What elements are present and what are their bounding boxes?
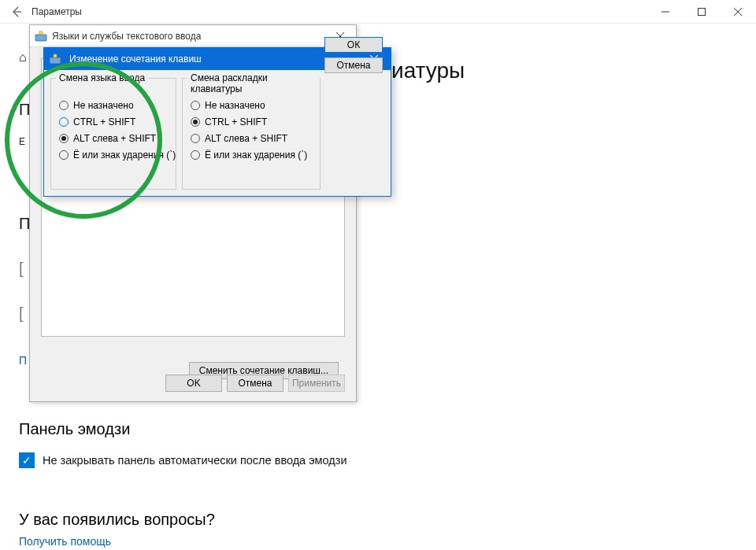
radio-label: CTRL + SHIFT bbox=[205, 116, 267, 127]
radio-label: Не назначено bbox=[73, 100, 134, 111]
radio-alt-shift-g1[interactable]: ALT слева + SHIFT bbox=[59, 133, 168, 144]
maximize-button[interactable] bbox=[684, 0, 720, 24]
settings-title: Параметры bbox=[32, 6, 647, 17]
radio-icon bbox=[191, 134, 200, 143]
hotkey-dialog: Изменение сочетания клавиш Смена языка в… bbox=[43, 47, 391, 197]
back-button[interactable] bbox=[5, 0, 28, 24]
emoji-checkbox[interactable]: ✓ bbox=[19, 452, 35, 468]
radio-label: Ё или знак ударения (`) bbox=[73, 149, 176, 161]
svg-rect-2 bbox=[39, 31, 43, 35]
minimize-button[interactable] bbox=[647, 0, 684, 24]
emoji-checkbox-row[interactable]: ✓ Не закрывать панель автоматически посл… bbox=[19, 452, 732, 468]
keyboard-icon bbox=[35, 30, 47, 42]
lang-dialog-titlebar: Языки и службы текстового ввода bbox=[30, 25, 356, 47]
group2-title: Смена раскладки клавиатуры bbox=[187, 72, 320, 94]
radio-none-g1[interactable]: Не назначено bbox=[59, 100, 168, 111]
lang-apply-button: Применить bbox=[288, 375, 345, 392]
close-button[interactable] bbox=[720, 0, 756, 24]
emoji-checkbox-label: Не закрывать панель автоматически после … bbox=[43, 454, 347, 467]
radio-label: ALT слева + SHIFT bbox=[205, 133, 287, 144]
hotkey-buttons: ОК Отмена bbox=[324, 37, 383, 73]
radio-label: ALT слева + SHIFT bbox=[73, 133, 156, 144]
hotkey-title: Изменение сочетания клавиш bbox=[69, 54, 358, 65]
close-icon bbox=[734, 8, 742, 16]
hotkey-body: Смена языка ввода Не назначено CTRL + SH… bbox=[44, 70, 391, 83]
group-keyboard-layout: Смена раскладки клавиатуры Не назначено … bbox=[182, 78, 321, 190]
radio-icon bbox=[59, 150, 69, 160]
checkmark-icon: ✓ bbox=[22, 454, 32, 467]
emoji-heading: Панель эмодзи bbox=[19, 420, 732, 438]
radio-icon bbox=[191, 101, 200, 110]
lang-dialog-buttons: OK Отмена Применить bbox=[165, 375, 345, 392]
radio-alt-shift-g2[interactable]: ALT слева + SHIFT bbox=[191, 133, 312, 144]
radio-grave-g2[interactable]: Ё или знак ударения (`) bbox=[191, 149, 312, 161]
radio-label: Не назначено bbox=[205, 100, 265, 111]
lang-ok-button[interactable]: OK bbox=[165, 375, 222, 392]
hotkey-cancel-button[interactable]: Отмена bbox=[324, 57, 383, 73]
radio-none-g2[interactable]: Не назначено bbox=[191, 100, 312, 111]
arrow-left-icon bbox=[10, 6, 23, 18]
radio-icon bbox=[191, 117, 200, 127]
emoji-section: Панель эмодзи ✓ Не закрывать панель авто… bbox=[19, 409, 732, 548]
svg-rect-0 bbox=[699, 9, 706, 16]
svg-rect-1 bbox=[35, 35, 46, 41]
radio-ctrl-shift-g1[interactable]: CTRL + SHIFT bbox=[59, 116, 168, 127]
minimize-icon bbox=[662, 8, 669, 16]
radio-label: CTRL + SHIFT bbox=[73, 116, 135, 127]
svg-rect-3 bbox=[50, 57, 61, 64]
window-controls bbox=[647, 0, 756, 23]
group-input-language: Смена языка ввода Не назначено CTRL + SH… bbox=[50, 78, 176, 190]
maximize-icon bbox=[698, 8, 706, 16]
group1-title: Смена языка ввода bbox=[56, 72, 148, 83]
svg-rect-4 bbox=[54, 54, 57, 57]
lang-cancel-button[interactable]: Отмена bbox=[227, 375, 284, 392]
page-heading-partial: иатуры bbox=[391, 58, 465, 83]
radio-icon bbox=[59, 117, 69, 127]
radio-icon bbox=[191, 150, 200, 160]
radio-icon bbox=[59, 134, 69, 143]
settings-titlebar: Параметры bbox=[0, 0, 756, 24]
radio-label: Ё или знак ударения (`) bbox=[205, 149, 307, 161]
keyboard-icon bbox=[49, 53, 61, 65]
radio-icon bbox=[59, 101, 69, 110]
radio-grave-g1[interactable]: Ё или знак ударения (`) bbox=[59, 149, 168, 161]
lang-dialog-title: Языки и службы текстового ввода bbox=[52, 31, 324, 42]
questions-heading: У вас появились вопросы? bbox=[19, 511, 732, 529]
help-link[interactable]: Получить помощь bbox=[19, 535, 111, 548]
radio-ctrl-shift-g2[interactable]: CTRL + SHIFT bbox=[191, 116, 312, 127]
hotkey-ok-button[interactable]: ОК bbox=[324, 37, 383, 53]
